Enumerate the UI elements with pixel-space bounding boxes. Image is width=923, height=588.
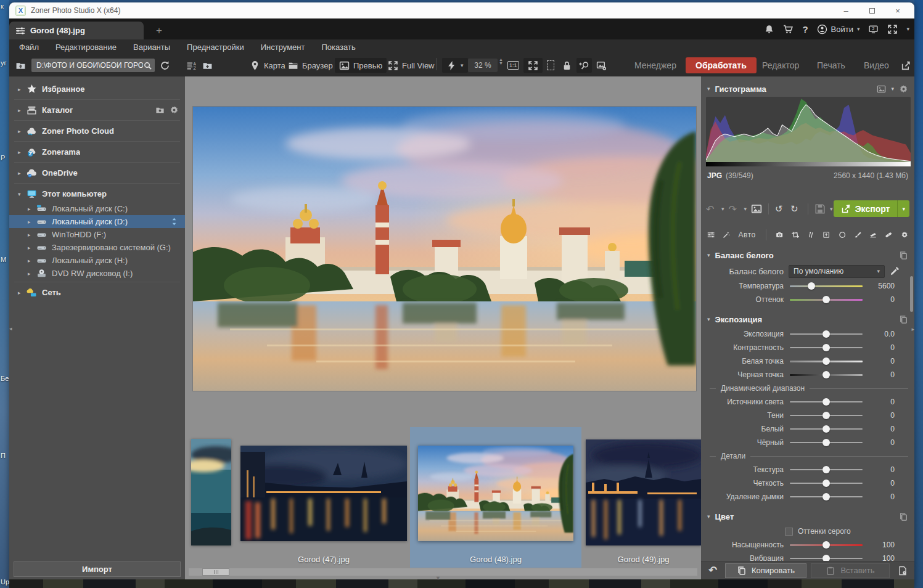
thumbnail-gorod48[interactable] xyxy=(418,446,573,541)
selection-frame-button[interactable] xyxy=(547,58,554,73)
paste-button[interactable]: Вставить xyxy=(811,563,890,578)
exposure-тени-slider-track[interactable] xyxy=(790,415,863,416)
exposure-тени-slider-knob[interactable] xyxy=(822,412,830,419)
map-button[interactable]: Карта xyxy=(250,58,285,73)
color-насыщенность-slider-track[interactable] xyxy=(790,544,863,546)
search-icon[interactable] xyxy=(143,61,152,70)
histogram-settings-gear-icon[interactable] xyxy=(899,84,908,94)
wb-температура-slider-knob[interactable] xyxy=(808,282,815,290)
main-photo[interactable] xyxy=(193,107,696,391)
save-icon[interactable] xyxy=(814,203,826,214)
exposure-текстура-slider-knob[interactable] xyxy=(822,466,830,473)
exposure-четкость-slider-track[interactable] xyxy=(790,483,863,484)
reset-icon[interactable]: ↶ xyxy=(705,563,721,578)
folder-up-icon[interactable] xyxy=(15,58,26,73)
auto-label[interactable]: Авто xyxy=(739,231,756,239)
exposure-экспозиция-slider-track[interactable] xyxy=(790,333,863,335)
tree-collapsed-icon[interactable]: ▸ xyxy=(18,86,27,92)
sidebar-item-dvd-rw-дисковод-i-[interactable]: ▸DVD RW дисковод (I:) xyxy=(9,267,185,280)
wb-оттенок-slider-track[interactable] xyxy=(790,299,863,301)
compare-button[interactable] xyxy=(576,58,592,73)
image-settings-icon[interactable] xyxy=(596,58,607,73)
export-options-caret[interactable]: ▾ xyxy=(897,200,909,217)
exposure-источники-света-slider-track[interactable] xyxy=(790,401,863,402)
filmstrip-collapse-icon[interactable]: ▼ xyxy=(435,575,441,581)
sidebar-item-локальный-диск-d-[interactable]: ▸Локальный диск (D:) xyxy=(9,215,185,228)
module-tab-develop[interactable]: Обработать xyxy=(686,57,757,73)
folder-camera-icon[interactable] xyxy=(155,105,165,115)
exposure-белая-точка-slider-track[interactable] xyxy=(790,361,863,362)
menu-item-0[interactable]: Файл xyxy=(19,43,39,52)
tree-collapsed-icon[interactable]: ▸ xyxy=(18,290,27,296)
copy-button[interactable]: Копировать xyxy=(725,563,806,578)
exposure-черная-точка-slider-track[interactable] xyxy=(790,374,863,376)
exposure-текстура-slider-track[interactable] xyxy=(790,469,863,470)
exposure-удаление-дымки-slider-knob[interactable] xyxy=(822,493,830,500)
menu-item-4[interactable]: Инструмент xyxy=(261,43,305,52)
tree-collapsed-icon[interactable]: ▸ xyxy=(18,170,27,176)
quick-edits-button[interactable]: ▾ xyxy=(442,58,468,73)
cart-icon[interactable] xyxy=(783,24,794,35)
sidebar-item-каталог[interactable]: ▸Каталог xyxy=(9,102,185,118)
document-tab[interactable]: Gorod (48).jpg xyxy=(9,22,144,39)
zoom-level[interactable]: 32 % xyxy=(468,59,498,72)
tools-gear-icon[interactable] xyxy=(901,229,908,240)
chevron-down-icon[interactable]: ▾ xyxy=(906,26,909,32)
notifications-bell-icon[interactable] xyxy=(764,24,774,35)
upright-icon[interactable] xyxy=(822,229,830,240)
new-tab-button[interactable]: + xyxy=(152,25,166,37)
path-input[interactable]: D:\ФОТО И ОБОИ\ОБОИ ГОРОДА xyxy=(31,59,155,72)
zoom-stepper[interactable]: ▲▼ xyxy=(499,58,503,65)
sidebar-item-локальный-диск-h-[interactable]: ▸Локальный диск (H:) xyxy=(9,254,185,267)
grayscale-checkbox[interactable] xyxy=(785,528,793,536)
sidebar-item-избранное[interactable]: ▸Избранное xyxy=(9,81,185,97)
wb-температура-slider-track[interactable] xyxy=(790,285,863,287)
crop-icon[interactable] xyxy=(792,229,799,240)
tree-collapsed-icon[interactable]: ▸ xyxy=(18,107,27,113)
straighten-icon[interactable] xyxy=(807,229,814,240)
eyedropper-icon[interactable] xyxy=(890,266,900,276)
healing-bandage-icon[interactable] xyxy=(885,229,892,240)
sidebar-item-wintohdd-f-[interactable]: ▸WinToHDD (F:) xyxy=(9,228,185,241)
color-header[interactable]: ▾ Цвет xyxy=(701,508,914,525)
undo-icon[interactable]: ↶ xyxy=(706,203,717,214)
export-button[interactable]: Экспорт ▾ xyxy=(834,200,909,217)
module-tab-print[interactable]: Печать xyxy=(817,58,845,73)
tree-collapsed-icon[interactable]: ▸ xyxy=(28,271,36,277)
thumbnail-gorod49[interactable] xyxy=(586,439,701,545)
exposure-контрастность-slider-track[interactable] xyxy=(790,347,863,348)
new-folder-icon[interactable] xyxy=(202,58,213,73)
open-external-icon[interactable] xyxy=(901,58,911,73)
fullview-button[interactable]: Full View xyxy=(388,58,435,73)
sidebar-item-локальный-диск-c-[interactable]: ▸Локальный диск (C:) xyxy=(9,202,185,215)
panel-collapse-icon[interactable]: ◂ xyxy=(9,325,12,332)
maximize-button[interactable] xyxy=(859,3,885,18)
histogram-mode-icon[interactable] xyxy=(877,84,886,94)
exposure-экспозиция-slider-knob[interactable] xyxy=(822,330,830,338)
help-icon[interactable]: ? xyxy=(802,24,808,35)
sidebar-item-zonerama[interactable]: ▸ZZonerama xyxy=(9,144,185,160)
tree-collapsed-icon[interactable]: ▸ xyxy=(28,206,36,212)
menu-item-5[interactable]: Показать xyxy=(321,43,355,52)
exposure-белый-slider-track[interactable] xyxy=(790,428,863,430)
exposure-чёрный-slider-knob[interactable] xyxy=(822,439,830,446)
menu-item-1[interactable]: Редактирование xyxy=(55,43,117,52)
brush-icon[interactable] xyxy=(854,229,861,240)
browser-button[interactable]: Браузер xyxy=(288,58,333,73)
white-balance-select[interactable]: По умолчанию▾ xyxy=(789,265,885,278)
menu-item-2[interactable]: Варианты xyxy=(133,43,170,52)
camera-icon[interactable] xyxy=(776,229,783,240)
sort-arrows-icon[interactable] xyxy=(170,217,179,226)
wb-оттенок-slider-knob[interactable] xyxy=(822,296,830,303)
thumbnail-gorod47[interactable] xyxy=(240,446,407,541)
exposure-черная-точка-slider-knob[interactable] xyxy=(822,371,830,378)
tree-expanded-icon[interactable]: ▾ xyxy=(18,191,27,197)
sidebar-item-onedrive[interactable]: ▸OneDrive xyxy=(9,165,185,181)
sort-az-icon[interactable]: AZ xyxy=(186,58,197,73)
color-вибрация-slider-track[interactable] xyxy=(790,558,863,559)
adjustments-sliders-icon[interactable] xyxy=(707,229,715,240)
chevron-down-icon[interactable]: ▾ xyxy=(891,86,894,92)
exposure-удаление-дымки-slider-track[interactable] xyxy=(790,496,863,497)
color-насыщенность-slider-knob[interactable] xyxy=(822,541,830,549)
copy-settings-icon[interactable] xyxy=(899,251,908,260)
